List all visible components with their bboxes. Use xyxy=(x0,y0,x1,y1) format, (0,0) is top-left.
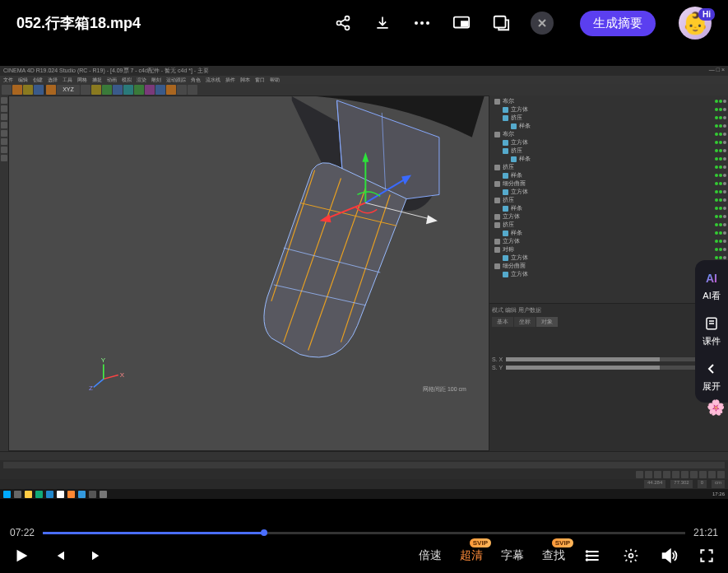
courseware-button[interactable]: 课件 xyxy=(702,315,721,347)
quality-button[interactable]: SVIP 超清 xyxy=(460,548,483,563)
windows-taskbar: 17:26 xyxy=(0,489,728,499)
object-row: 样条 xyxy=(491,122,726,130)
top-actions: 生成摘要 👶 Hi xyxy=(333,7,712,40)
c4d-viewport: X Y Z 网格间距 100 cm xyxy=(8,96,489,451)
svip-badge: SVIP xyxy=(470,538,491,547)
c4d-app-window: CINEMA 4D R19.024 Studio (RC - R19) - [4… xyxy=(0,66,728,486)
svg-point-5 xyxy=(426,21,429,25)
find-button[interactable]: SVIP 查找 xyxy=(542,548,565,563)
total-time: 21:21 xyxy=(693,527,718,538)
svg-text:Z: Z xyxy=(89,384,93,392)
settings-icon[interactable] xyxy=(621,546,641,566)
video-title: 052.行李箱18.mp4 xyxy=(16,13,320,33)
svg-point-2 xyxy=(345,26,350,30)
svg-point-0 xyxy=(345,16,350,21)
object-row: 立方体 xyxy=(491,270,726,278)
svg-line-19 xyxy=(94,379,104,387)
svg-rect-8 xyxy=(494,16,506,28)
object-row: 样条 xyxy=(491,155,726,163)
svg-point-28 xyxy=(629,554,633,558)
object-row: 对称 xyxy=(491,245,726,254)
object-manager: 布尔立方体挤压样条布尔立方体挤压样条挤压样条细分曲面立方体挤压样条立方体挤压样条… xyxy=(489,96,728,303)
current-time: 07:22 xyxy=(10,527,35,538)
more-icon[interactable] xyxy=(412,13,432,33)
generate-summary-button[interactable]: 生成摘要 xyxy=(580,11,656,36)
ai-watch-button[interactable]: AI AI看 xyxy=(702,270,720,302)
c4d-menubar: 文件编辑创建 选择工具网格 捕捉动画模拟 渲染雕刻运动跟踪 角色流水线插件 脚本… xyxy=(0,76,728,84)
c4d-titlebar: CINEMA 4D R19.024 Studio (RC - R19) - [4… xyxy=(0,66,728,76)
object-row: 挤压 xyxy=(491,196,726,204)
c4d-timeline xyxy=(0,451,728,479)
object-row: 样条 xyxy=(491,229,726,237)
3d-model: X Y Z 网格间距 100 cm xyxy=(9,96,489,450)
object-row: 立方体 xyxy=(491,105,726,114)
c4d-leftbar xyxy=(0,96,8,451)
svg-text:Y: Y xyxy=(101,356,106,364)
side-tools-panel: AI AI看 课件 展开 xyxy=(695,260,728,403)
attribute-manager: 模式 编辑 用户数据 基本 坐标 对象 S. X S. Y xyxy=(489,303,728,451)
object-row: 立方体 xyxy=(491,188,726,196)
playback-speed-button[interactable]: 倍速 xyxy=(419,548,442,563)
avatar[interactable]: 👶 Hi xyxy=(679,7,712,40)
pip-icon[interactable] xyxy=(452,13,471,33)
object-row: 布尔 xyxy=(491,130,726,138)
svg-text:X: X xyxy=(120,371,125,379)
previous-icon[interactable] xyxy=(49,546,69,566)
object-row: 立方体 xyxy=(491,138,726,147)
playlist-icon[interactable] xyxy=(583,546,603,566)
peach-decoration-icon: 🌸 xyxy=(707,398,725,417)
svg-point-26 xyxy=(587,555,588,557)
svg-line-17 xyxy=(104,375,118,379)
svg-point-25 xyxy=(587,551,588,552)
next-icon[interactable] xyxy=(87,546,107,566)
object-row: 样条 xyxy=(491,171,726,179)
svip-badge: SVIP xyxy=(552,538,573,547)
fullscreen-icon[interactable] xyxy=(697,546,716,566)
svg-marker-16 xyxy=(426,215,438,224)
seek-thumb[interactable] xyxy=(261,529,267,536)
object-row: 立方体 xyxy=(491,254,726,262)
play-icon[interactable] xyxy=(12,546,31,566)
expand-button[interactable]: 展开 xyxy=(702,361,721,393)
svg-point-1 xyxy=(337,21,341,26)
svg-point-4 xyxy=(420,21,424,25)
object-row: 细分曲面 xyxy=(491,262,726,270)
object-row: 挤压 xyxy=(491,163,726,171)
share-icon[interactable] xyxy=(333,13,353,33)
object-row: 细分曲面 xyxy=(491,179,726,188)
player-controls: 倍速 SVIP 超清 字幕 SVIP 查找 xyxy=(0,538,728,573)
video-viewport[interactable]: CINEMA 4D R19.024 Studio (RC - R19) - [4… xyxy=(0,46,728,527)
seek-track[interactable] xyxy=(43,532,685,534)
subtitle-button[interactable]: 字幕 xyxy=(501,548,524,563)
object-row: 挤压 xyxy=(491,114,726,122)
c4d-title: CINEMA 4D R19.024 Studio (RC - R19) - [4… xyxy=(3,67,209,75)
c4d-right-panel: 布尔立方体挤压样条布尔立方体挤压样条挤压样条细分曲面立方体挤压样条立方体挤压样条… xyxy=(489,96,728,451)
object-row: 立方体 xyxy=(491,212,726,221)
object-row: 挤压 xyxy=(491,221,726,229)
close-icon[interactable] xyxy=(531,12,554,35)
svg-rect-7 xyxy=(461,21,467,26)
volume-icon[interactable] xyxy=(659,546,679,566)
svg-point-3 xyxy=(415,21,418,25)
download-icon[interactable] xyxy=(373,13,392,33)
object-row: 挤压 xyxy=(491,147,726,155)
cast-icon[interactable] xyxy=(491,13,511,33)
hi-badge: Hi xyxy=(698,8,715,21)
c4d-toolbar: XYZ xyxy=(0,84,728,96)
svg-text:网格间距 100 cm: 网格间距 100 cm xyxy=(423,386,466,392)
object-row: 立方体 xyxy=(491,237,726,245)
svg-point-27 xyxy=(587,559,588,561)
progress-bar[interactable]: 07:22 21:21 xyxy=(0,527,728,538)
top-bar: 052.行李箱18.mp4 生成摘要 👶 Hi xyxy=(0,0,728,46)
object-row: 样条 xyxy=(491,204,726,212)
c4d-statusbar: 44.284 77.302 0 cm xyxy=(0,479,728,489)
object-row: 布尔 xyxy=(491,97,726,105)
